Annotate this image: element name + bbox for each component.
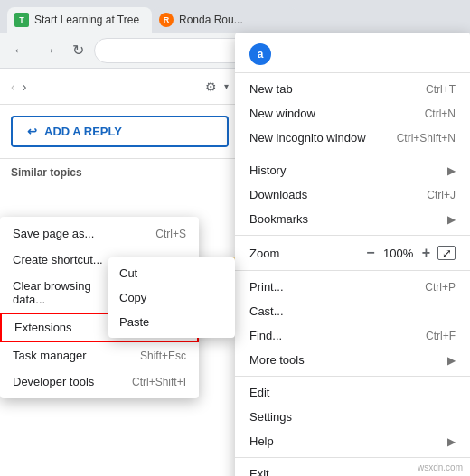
page-nav: ‹ › ⚙ ▾ bbox=[0, 69, 240, 105]
menu-separator-3 bbox=[235, 270, 470, 271]
menu-item-print[interactable]: Print... Ctrl+P bbox=[235, 275, 470, 299]
help-arrow-icon: ▶ bbox=[447, 435, 456, 448]
menu-separator-5 bbox=[235, 457, 470, 458]
menu-item-help[interactable]: Help ▶ bbox=[235, 429, 470, 453]
menu-separator-1 bbox=[235, 154, 470, 154]
bookmarks-arrow-icon: ▶ bbox=[447, 213, 456, 226]
back-button[interactable]: ← bbox=[7, 38, 33, 63]
menu-item-more-tools[interactable]: More tools ▶ bbox=[235, 348, 470, 372]
zoom-expand-button[interactable]: ⤢ bbox=[437, 246, 456, 260]
menu-item-cast[interactable]: Cast... bbox=[235, 299, 470, 323]
menu-separator-4 bbox=[235, 376, 470, 377]
submenu-edit: Cut Copy Paste bbox=[108, 257, 235, 338]
menu-profile-header: a bbox=[235, 36, 470, 73]
refresh-button[interactable]: ↻ bbox=[65, 38, 90, 63]
zoom-value-display: 100% bbox=[382, 247, 415, 260]
zoom-plus-button[interactable]: + bbox=[422, 245, 430, 261]
menu-item-developer-tools[interactable]: Developer tools Ctrl+Shift+I bbox=[0, 369, 199, 395]
tab-favicon-treehouse: T bbox=[14, 13, 29, 27]
wsxdn-badge: wsxdn.com bbox=[418, 462, 463, 472]
menu-item-new-window[interactable]: New window Ctrl+N bbox=[235, 101, 470, 126]
similar-topics-label: Similar topics bbox=[0, 158, 240, 186]
menu-item-history[interactable]: History ▶ bbox=[235, 158, 470, 182]
tab-label-treehouse: Start Learning at Tree bbox=[34, 14, 139, 26]
tab-bar: T Start Learning at Tree R Ronda Rou... bbox=[0, 0, 470, 33]
browser-window: T Start Learning at Tree R Ronda Rou... … bbox=[0, 0, 470, 476]
add-reply-label: ADD A REPLY bbox=[44, 125, 122, 138]
menu-separator-2 bbox=[235, 235, 470, 236]
menu-item-cut[interactable]: Cut bbox=[108, 261, 235, 285]
menu-item-downloads[interactable]: Downloads Ctrl+J bbox=[235, 182, 470, 207]
menu-item-find[interactable]: Find... Ctrl+F bbox=[235, 323, 470, 348]
more-tools-arrow-icon: ▶ bbox=[447, 354, 456, 367]
menu-item-settings[interactable]: Settings bbox=[235, 405, 470, 429]
menu-item-task-manager[interactable]: Task manager Shift+Esc bbox=[0, 342, 199, 369]
add-reply-button[interactable]: ↩ ADD A REPLY bbox=[11, 116, 229, 147]
zoom-minus-button[interactable]: − bbox=[366, 245, 374, 261]
menu-item-bookmarks[interactable]: Bookmarks ▶ bbox=[235, 207, 470, 231]
menu-item-save-page[interactable]: Save page as... Ctrl+S bbox=[0, 220, 199, 247]
page-nav-forward[interactable]: › bbox=[23, 79, 27, 94]
zoom-controls: − 100% + ⤢ bbox=[366, 245, 456, 261]
reply-arrow-icon: ↩ bbox=[27, 125, 37, 138]
menu-profile-circle: a bbox=[249, 43, 271, 65]
menu-item-copy[interactable]: Copy bbox=[108, 285, 235, 310]
tab-label-ronda: Ronda Rou... bbox=[179, 14, 243, 26]
add-reply-area: ↩ ADD A REPLY bbox=[0, 105, 240, 158]
tab-treehouse[interactable]: T Start Learning at Tree bbox=[7, 7, 152, 33]
menu-item-zoom: Zoom − 100% + ⤢ bbox=[235, 239, 470, 266]
page-nav-back[interactable]: ‹ bbox=[11, 79, 15, 94]
page-nav-gear[interactable]: ⚙ bbox=[205, 79, 217, 94]
menu-item-paste[interactable]: Paste bbox=[108, 310, 235, 334]
context-menu-main: a New tab Ctrl+T New window Ctrl+N New i… bbox=[235, 33, 470, 476]
tab-ronda[interactable]: R Ronda Rou... bbox=[152, 7, 296, 33]
tab-favicon-ronda: R bbox=[159, 13, 174, 27]
menu-item-new-tab[interactable]: New tab Ctrl+T bbox=[235, 77, 470, 101]
history-arrow-icon: ▶ bbox=[447, 164, 456, 177]
forward-button[interactable]: → bbox=[36, 38, 61, 63]
menu-item-new-incognito[interactable]: New incognito window Ctrl+Shift+N bbox=[235, 126, 470, 150]
menu-item-edit[interactable]: Edit bbox=[235, 380, 470, 405]
gear-dropdown-icon: ▾ bbox=[224, 81, 229, 91]
